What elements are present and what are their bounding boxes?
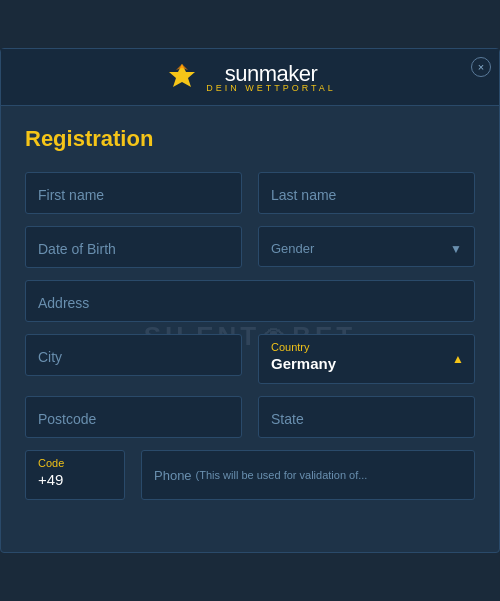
- country-field[interactable]: Country Germany ▲: [258, 334, 475, 384]
- gender-label: Gender: [271, 241, 314, 256]
- code-value: +49: [38, 471, 63, 488]
- close-button[interactable]: ×: [471, 57, 491, 77]
- modal-body: Registration SILENT 👁 BET: [1, 106, 499, 532]
- postcode-field: [25, 396, 242, 438]
- first-name-field: [25, 172, 242, 214]
- city-country-row: Country Germany ▲: [25, 334, 475, 384]
- address-field: [25, 280, 475, 322]
- code-label: Code: [38, 457, 112, 469]
- phone-field[interactable]: Phone (This will be used for validation …: [141, 450, 475, 500]
- phone-row: Code +49 Phone (This will be used for va…: [25, 450, 475, 500]
- dob-gender-row: Gender ▼: [25, 226, 475, 268]
- postcode-input[interactable]: [25, 396, 242, 438]
- chevron-down-icon: ▼: [450, 242, 462, 256]
- city-input[interactable]: [25, 334, 242, 376]
- name-row: [25, 172, 475, 214]
- page-title: Registration: [25, 126, 475, 152]
- last-name-input[interactable]: [258, 172, 475, 214]
- code-display: Code +49: [25, 450, 125, 500]
- last-name-field: [258, 172, 475, 214]
- phone-subtext: (This will be used for validation of...: [196, 469, 368, 481]
- state-field: [258, 396, 475, 438]
- registration-modal: sunmaker DEIN WETTPORTAL × Registration …: [0, 48, 500, 553]
- postcode-state-row: [25, 396, 475, 438]
- phone-label: Phone: [154, 468, 192, 483]
- modal-header: sunmaker DEIN WETTPORTAL ×: [1, 49, 499, 106]
- city-field: [25, 334, 242, 384]
- country-dropdown[interactable]: Country Germany ▲: [258, 334, 475, 384]
- logo-group: sunmaker DEIN WETTPORTAL: [206, 61, 336, 93]
- code-field: Code +49: [25, 450, 125, 500]
- logo-subtitle: DEIN WETTPORTAL: [206, 83, 336, 93]
- country-label: Country: [271, 341, 462, 353]
- address-input[interactable]: [25, 280, 475, 322]
- chevron-up-icon: ▲: [452, 352, 464, 366]
- country-value: Germany: [271, 355, 336, 372]
- first-name-input[interactable]: [25, 172, 242, 214]
- address-row: [25, 280, 475, 322]
- sun-icon: [164, 62, 200, 92]
- gender-dropdown[interactable]: Gender ▼: [258, 226, 475, 267]
- gender-field[interactable]: Gender ▼: [258, 226, 475, 268]
- dob-field: [25, 226, 242, 268]
- form-container: SILENT 👁 BET Gender: [25, 172, 475, 500]
- logo-area: sunmaker DEIN WETTPORTAL: [164, 61, 336, 93]
- state-input[interactable]: [258, 396, 475, 438]
- dob-input[interactable]: [25, 226, 242, 268]
